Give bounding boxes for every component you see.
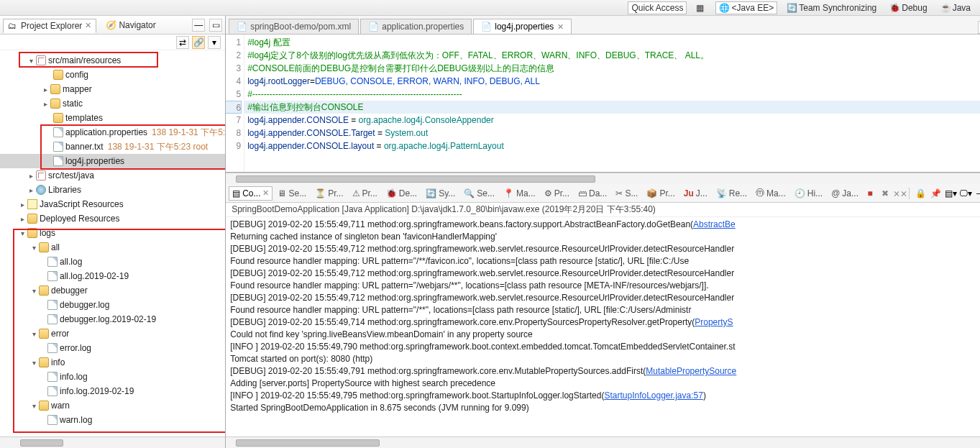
folder-icon: [53, 113, 63, 123]
code-editor[interactable]: 123 456 789 #log4j 配置 #log4j定义了8个级别的log优…: [226, 35, 980, 173]
link[interactable]: StartupInfoLogger.java:57: [604, 390, 702, 401]
tree-debugger[interactable]: ▾debugger: [0, 283, 225, 298]
tab-console[interactable]: ▤Co...✕: [229, 186, 273, 201]
tree-src-test-java[interactable]: ▸src/test/java: [0, 168, 225, 183]
tab-problems[interactable]: ⚠Pr...: [349, 186, 381, 201]
tree-mapper[interactable]: ▸mapper: [0, 82, 225, 96]
tree-static[interactable]: ▸static: [0, 96, 225, 111]
tab-pom-xml[interactable]: 📄springBoot-demo/pom.xml: [229, 19, 359, 34]
tab-junit[interactable]: JuJ...: [680, 186, 711, 201]
tab-javadoc[interactable]: @Ja...: [828, 186, 862, 201]
perspective-javaee-button[interactable]: 🌐<Java EE>: [715, 1, 777, 14]
project-tree[interactable]: ▾src/main/resources config ▸mapper ▸stat…: [0, 50, 225, 436]
tree-deployed-resources[interactable]: ▸Deployed Resources: [0, 211, 225, 226]
tab-progress[interactable]: ⏳Pr...: [311, 186, 347, 201]
close-icon[interactable]: ✕: [262, 188, 269, 198]
tree-src-main-resources[interactable]: ▾src/main/resources: [0, 53, 225, 68]
perspective-btn[interactable]: ▦: [692, 1, 710, 14]
tree-debugger-log[interactable]: debugger.log: [0, 298, 225, 312]
remove-all-button[interactable]: ⨯⨯: [894, 187, 907, 200]
tab-project-explorer[interactable]: 🗂 Project Explorer ✕: [3, 19, 96, 33]
close-icon[interactable]: ✕: [557, 22, 564, 32]
tree-application-properties[interactable]: application.properties138 19-1-31 下午5:: [0, 125, 225, 140]
team-sync-button[interactable]: 🔄Team Synchronizing: [783, 1, 880, 14]
progress-icon: ⏳: [315, 188, 326, 198]
xml-icon: 📄: [237, 22, 247, 32]
sync-icon: 🔄: [787, 3, 797, 13]
link[interactable]: AbstractBe: [693, 219, 736, 229]
java-button[interactable]: ☕Java: [937, 1, 974, 14]
remove-terminated-button[interactable]: ✖: [879, 187, 892, 200]
tab-project[interactable]: 📦Pr...: [643, 186, 678, 201]
tab-properties[interactable]: ⚙Pr...: [541, 186, 573, 201]
minimize-button[interactable]: —: [974, 187, 980, 200]
tree-info-log-date[interactable]: info.log.2019-02-19: [0, 384, 225, 398]
tree-config[interactable]: config: [0, 68, 225, 82]
tree-templates[interactable]: templates: [0, 111, 225, 125]
tab-snippets[interactable]: ✂S...: [612, 186, 641, 201]
tree-info[interactable]: ▾info: [0, 355, 225, 370]
tab-search[interactable]: 🔍Se...: [460, 186, 498, 201]
view-menu-button[interactable]: ▾: [208, 36, 221, 49]
snippets-icon: ✂: [615, 188, 623, 198]
tree-error-log[interactable]: error.log: [0, 341, 225, 355]
line-gutter: 123 456 789: [226, 35, 244, 172]
tree-log4j-properties[interactable]: log4j.properties: [0, 154, 225, 168]
tree-js-resources[interactable]: ▸JavaScript Resources: [0, 197, 225, 211]
tree-error[interactable]: ▾error: [0, 326, 225, 341]
terminate-button[interactable]: ■: [864, 187, 876, 200]
display-button[interactable]: 🖵▾: [959, 187, 972, 200]
tab-log4j-properties[interactable]: 📄log4j.properties✕: [473, 19, 572, 34]
file-icon: [47, 271, 58, 281]
tab-application-properties[interactable]: 📄application.properties: [360, 19, 472, 34]
file-icon: [47, 343, 58, 353]
tree-warn-log[interactable]: warn.log: [0, 413, 225, 427]
console-icon: ▤: [232, 188, 240, 198]
scroll-lock-button[interactable]: 🔒: [914, 187, 927, 200]
tree-libraries[interactable]: ▸Libraries: [0, 183, 225, 197]
tree-all-log-date[interactable]: all.log.2019-02-19: [0, 269, 225, 283]
javaee-icon: 🌐: [719, 3, 729, 13]
link[interactable]: PropertyS: [695, 317, 733, 327]
open-console-button[interactable]: ▤▾: [944, 187, 957, 200]
tab-debug[interactable]: 🐞De...: [383, 186, 421, 201]
code-area[interactable]: #log4j 配置 #log4j定义了8个级别的log优先级从高到低依次为：OF…: [244, 35, 980, 172]
console-output[interactable]: [DEBUG] 2019-02-20 15:55:49,711 method:o…: [226, 217, 980, 436]
maximize-button[interactable]: ▭: [209, 19, 222, 32]
tree-banner-txt[interactable]: banner.txt138 19-1-31 下午5:23 root: [0, 140, 225, 154]
tree-warn[interactable]: ▾warn: [0, 398, 225, 413]
quick-access-field[interactable]: Quick Access: [628, 1, 687, 14]
tab-synchronize[interactable]: 🔄Sy...: [422, 186, 459, 201]
tab-remote[interactable]: 📡Re...: [713, 186, 751, 201]
file-icon: [47, 300, 58, 310]
file-icon: [47, 372, 58, 382]
tab-datasource[interactable]: 🗃Da...: [574, 186, 610, 201]
problems-icon: ⚠: [352, 188, 360, 198]
tree-info-log[interactable]: info.log: [0, 370, 225, 384]
tree-all-log[interactable]: all.log: [0, 255, 225, 269]
tree-logs[interactable]: ▾logs: [0, 226, 225, 240]
file-icon: [47, 386, 58, 396]
horizontal-scrollbar[interactable]: [0, 436, 225, 448]
collapse-all-button[interactable]: ⇄: [176, 36, 189, 49]
tab-navigator[interactable]: 🧭 Navigator: [101, 18, 160, 32]
console-horizontal-scrollbar[interactable]: [226, 436, 980, 448]
tree-all[interactable]: ▾all: [0, 240, 225, 255]
tab-markers[interactable]: 📍Ma...: [500, 186, 539, 201]
minimize-button[interactable]: —: [192, 19, 205, 32]
link[interactable]: MutablePropertySource: [646, 366, 736, 376]
tab-servers[interactable]: 🖥Se...: [274, 186, 310, 201]
project-explorer-panel: 🗂 Project Explorer ✕ 🧭 Navigator — ▭ ⇄ 🔗…: [0, 16, 226, 448]
tab-maven[interactable]: ⓜMa...: [752, 185, 789, 201]
editor-horizontal-scrollbar[interactable]: [226, 173, 980, 184]
bug-icon: 🐞: [889, 3, 899, 13]
tree-debugger-log-date[interactable]: debugger.log.2019-02-19: [0, 312, 225, 326]
close-icon[interactable]: ✕: [85, 21, 91, 30]
folder-icon: [27, 228, 37, 238]
link-editor-button[interactable]: 🔗: [192, 36, 205, 49]
tab-history[interactable]: 🕘Hi...: [791, 186, 826, 201]
pin-button[interactable]: 📌: [929, 187, 942, 200]
search-icon: 🔍: [464, 188, 475, 198]
project-explorer-icon: 🗂: [8, 21, 18, 31]
debug-button[interactable]: 🐞Debug: [886, 1, 930, 14]
